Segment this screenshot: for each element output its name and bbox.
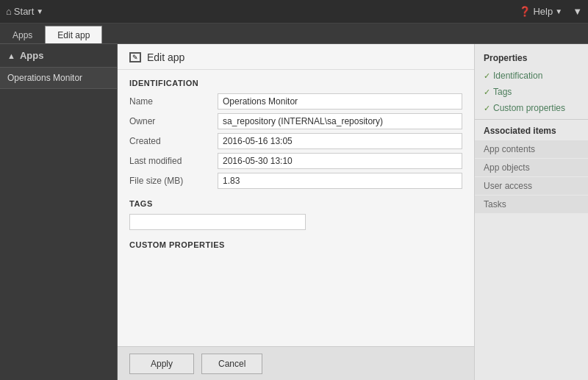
help-button[interactable]: ❓ Help ▼	[519, 6, 562, 17]
input-owner[interactable]	[218, 113, 462, 129]
cancel-label: Cancel	[218, 359, 245, 369]
edit-app-title: Edit app	[147, 51, 184, 63]
properties-title: Properties	[475, 50, 588, 68]
main-inner: ✎ Edit app IDENTIFICATION Name Owner Cre…	[118, 44, 588, 380]
properties-custom-label: Custom properties	[493, 103, 565, 113]
top-bar: ⌂ Start ▼ ❓ Help ▼ ▼	[0, 0, 588, 24]
input-file-size[interactable]	[218, 173, 462, 189]
assoc-item-app-objects[interactable]: App objects	[475, 159, 588, 176]
tags-input-row	[129, 214, 462, 230]
start-label: Start	[14, 6, 34, 17]
input-created[interactable]	[218, 133, 462, 149]
assoc-item-app-contents[interactable]: App contents	[475, 140, 588, 158]
label-name: Name	[129, 96, 218, 107]
form-row-file-size: File size (MB)	[129, 173, 462, 189]
bottom-bar: Apply Cancel	[118, 346, 474, 380]
label-file-size: File size (MB)	[129, 176, 218, 186]
tab-bar: Apps Edit app	[0, 24, 588, 44]
tab-apps[interactable]: Apps	[0, 26, 45, 43]
form-row-owner: Owner	[129, 113, 462, 129]
edit-app-icon: ✎	[129, 52, 141, 62]
assoc-tasks-label: Tasks	[484, 199, 506, 209]
content-area: ✎ Edit app IDENTIFICATION Name Owner Cre…	[118, 44, 474, 380]
associated-items-title: Associated items	[475, 119, 588, 140]
tags-input[interactable]	[129, 214, 306, 230]
sidebar-item-label: Operations Monitor	[7, 73, 82, 83]
input-last-modified[interactable]	[218, 153, 462, 169]
properties-item-custom[interactable]: ✓ Custom properties	[475, 100, 588, 116]
assoc-app-objects-label: App objects	[484, 162, 530, 173]
assoc-item-tasks[interactable]: Tasks	[475, 196, 588, 213]
apply-button[interactable]: Apply	[129, 354, 194, 374]
properties-item-identification[interactable]: ✓ Identification	[475, 68, 588, 84]
form-row-last-modified: Last modified	[129, 153, 462, 169]
check-tags-icon: ✓	[484, 87, 490, 97]
tab-edit-app[interactable]: Edit app	[45, 26, 102, 43]
edit-app-header: ✎ Edit app	[118, 44, 474, 70]
properties-panel: Properties ✓ Identification ✓ Tags ✓ Cus…	[474, 44, 588, 380]
menu-arrow[interactable]: ▼	[573, 6, 582, 17]
sidebar-chevron-icon: ▲	[7, 51, 15, 60]
main-layout: ▲ Apps Operations Monitor ✎ Edit app IDE…	[0, 44, 588, 380]
custom-props-section: CUSTOM PROPERTIES	[129, 240, 462, 249]
form-row-name: Name	[129, 93, 462, 110]
form-row-created: Created	[129, 133, 462, 149]
sidebar-header-label: Apps	[20, 50, 44, 61]
assoc-user-access-label: User access	[484, 181, 532, 191]
cancel-button[interactable]: Cancel	[201, 354, 262, 374]
label-last-modified: Last modified	[129, 156, 218, 166]
custom-props-title: CUSTOM PROPERTIES	[129, 240, 462, 249]
properties-identification-label: Identification	[493, 71, 542, 81]
label-owner: Owner	[129, 116, 218, 126]
assoc-app-contents-label: App contents	[484, 144, 535, 154]
sidebar: ▲ Apps Operations Monitor	[0, 44, 118, 380]
check-identification-icon: ✓	[484, 71, 490, 81]
start-button[interactable]: ⌂ Start ▼	[6, 6, 43, 17]
tab-apps-label: Apps	[12, 30, 32, 40]
start-dropdown-arrow: ▼	[36, 7, 43, 15]
tags-section-title: TAGS	[129, 199, 462, 208]
input-name[interactable]	[218, 93, 462, 110]
identification-section-title: IDENTIFICATION	[129, 79, 462, 87]
apply-label: Apply	[151, 359, 173, 369]
tags-section: TAGS	[129, 199, 462, 230]
label-created: Created	[129, 136, 218, 146]
properties-tags-label: Tags	[493, 87, 512, 97]
form-area: IDENTIFICATION Name Owner Created Last m…	[118, 70, 474, 346]
sidebar-item-operations-monitor[interactable]: Operations Monitor	[0, 68, 117, 89]
sidebar-apps-header[interactable]: ▲ Apps	[0, 44, 117, 68]
tab-edit-app-label: Edit app	[57, 30, 90, 40]
help-label: Help	[533, 6, 553, 17]
check-custom-icon: ✓	[484, 104, 490, 113]
help-dropdown-arrow: ▼	[555, 7, 562, 15]
assoc-item-user-access[interactable]: User access	[475, 177, 588, 195]
properties-item-tags[interactable]: ✓ Tags	[475, 84, 588, 100]
